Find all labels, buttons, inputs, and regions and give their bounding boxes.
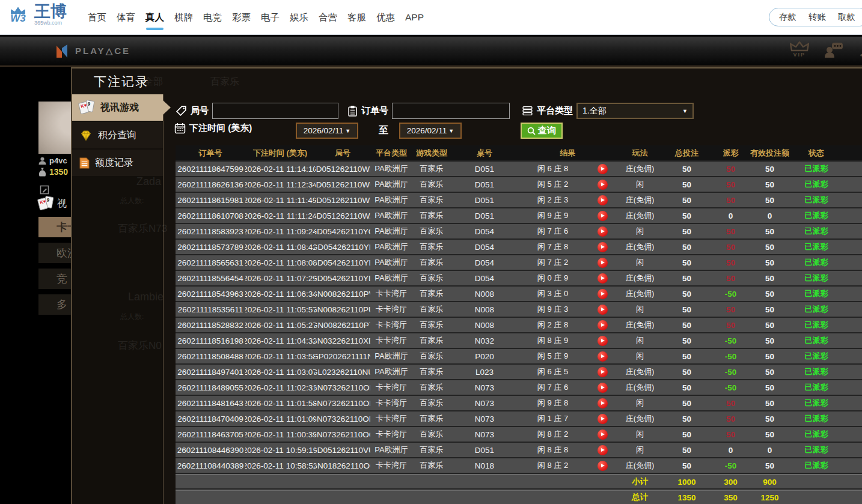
date-to-picker[interactable]: 2026/02/11 ▼: [399, 123, 462, 139]
search-icon: [527, 127, 536, 135]
cell-payout: 50: [711, 177, 750, 192]
replay-play-button[interactable]: [598, 398, 608, 408]
withdraw-button[interactable]: 取款: [838, 11, 855, 23]
replay-play-button[interactable]: [598, 289, 608, 299]
cell-result: 闲 9 庄 9: [518, 208, 587, 223]
money-bag-icon: [38, 168, 46, 177]
cell-total-bet: 50: [662, 208, 711, 223]
cell-total-bet: 50: [662, 427, 711, 442]
nav-item-棋牌[interactable]: 棋牌: [174, 11, 193, 24]
video-games-shortcut[interactable]: K♥9 视: [38, 196, 67, 211]
nav-item-APP[interactable]: APP: [405, 12, 424, 23]
replay-play-button[interactable]: [598, 258, 608, 268]
nav-item-彩票[interactable]: 彩票: [232, 11, 251, 24]
cell-payout: 0: [711, 443, 750, 457]
cell-table-number: N008: [451, 302, 518, 317]
replay-play-button[interactable]: [598, 164, 608, 174]
replay-play-button[interactable]: [598, 336, 608, 346]
replay-play-button[interactable]: [598, 242, 608, 252]
replay-play-button[interactable]: [598, 414, 608, 424]
replay-play-button[interactable]: [598, 273, 608, 284]
site-logo[interactable]: W3 王博 365wb.com: [6, 3, 67, 26]
cell-platform-type: PA欧洲厅: [370, 443, 412, 457]
music-button[interactable]: ♫: [858, 41, 862, 60]
table-row: 260211108440389 2026-02-11 10:58:52 GN01…: [176, 458, 862, 474]
col-order: 订单号: [176, 145, 245, 160]
replay-play-button[interactable]: [598, 445, 608, 455]
search-button[interactable]: 查询: [521, 123, 563, 139]
logo-mark: W3: [10, 14, 26, 23]
replay-play-button[interactable]: [598, 367, 608, 377]
cell-platform-type: PA欧洲厅: [370, 177, 412, 192]
cell-payout: -50: [711, 287, 750, 301]
sidebar-item-video-games[interactable]: K♥9 视讯游戏: [72, 94, 163, 121]
platform-filter-label: 平台类型: [537, 105, 573, 117]
play-icon: [601, 261, 605, 264]
cell-game-type: 百家乐: [412, 318, 451, 332]
table-row: 260211118516198 2026-02-11 11:04:32 GN03…: [176, 333, 862, 349]
cell-round-number: GN073262110OE: [315, 396, 370, 410]
replay-play-button[interactable]: [598, 351, 608, 362]
nav-item-娱乐[interactable]: 娱乐: [290, 11, 308, 24]
cell-result: 闲 7 庄 6: [518, 380, 587, 395]
nav-item-体育[interactable]: 体育: [117, 11, 135, 24]
cell-status: 已派彩: [789, 333, 862, 348]
cell-result: 闲 8 庄 9: [518, 333, 587, 348]
cell-replay: [587, 162, 617, 176]
cell-status: 已派彩: [789, 443, 862, 457]
replay-play-button[interactable]: [598, 226, 608, 237]
replay-play-button[interactable]: [598, 305, 608, 315]
order-number-input[interactable]: [392, 103, 510, 119]
sidebar-item-points-query[interactable]: 积分查询: [72, 122, 163, 148]
cell-round-number: GD051262110WC: [315, 177, 370, 192]
sidebar-item-quota-records[interactable]: 额度记录: [72, 150, 163, 176]
nav-item-合营[interactable]: 合营: [319, 11, 337, 24]
cell-replay: [587, 411, 617, 426]
cell-order-number: 260211118528832: [176, 318, 245, 332]
replay-play-button[interactable]: [598, 430, 608, 440]
vip-button[interactable]: VIP: [790, 41, 809, 58]
replay-play-button[interactable]: [598, 195, 608, 205]
vip-crown-icon: [790, 41, 809, 52]
nav-item-电竞[interactable]: 电竞: [203, 11, 222, 24]
date-from-picker[interactable]: 2026/02/11 ▼: [296, 123, 358, 139]
nav-item-客服[interactable]: 客服: [347, 11, 366, 24]
cell-game-type: 百家乐: [412, 458, 451, 473]
top-bar: W3 王博 365wb.com 首页体育真人棋牌电竞彩票电子娱乐合营客服优惠AP…: [0, 0, 862, 35]
filter-panel: 局号 订单号 平台类型 1.全部: [164, 94, 862, 145]
table-header-row: 订单号 下注时间 (美东) 局号 平台类型 游戏类型 桌号 结果 玩法 总投注 …: [176, 145, 862, 162]
col-total-bet: 总投注: [662, 145, 711, 160]
cell-round-number: GN008262110PU: [315, 302, 370, 317]
cell-replay: [587, 193, 617, 207]
transfer-button[interactable]: 转账: [809, 11, 826, 23]
replay-play-button[interactable]: [598, 320, 608, 330]
nav-item-优惠[interactable]: 优惠: [376, 11, 395, 24]
platform-type-select[interactable]: 1.全部 ▼: [576, 103, 694, 119]
replay-play-button[interactable]: [598, 180, 608, 190]
cell-replay: [587, 443, 617, 457]
document-icon: [79, 157, 90, 169]
play-icon: [601, 386, 605, 389]
subtotal-payout: 300: [711, 475, 750, 488]
cell-bet-time: 2026-02-11 11:01:58: [245, 396, 315, 410]
replay-play-button[interactable]: [598, 211, 608, 221]
round-number-input[interactable]: [212, 103, 338, 119]
cell-platform-type: 卡卡湾厅: [370, 287, 412, 301]
replay-play-button[interactable]: [598, 461, 608, 471]
cell-platform-type: 卡卡湾厅: [370, 396, 412, 410]
deposit-button[interactable]: 存款: [779, 11, 796, 23]
nav-item-电子[interactable]: 电子: [261, 11, 280, 24]
nav-item-首页[interactable]: 首页: [88, 11, 106, 24]
cell-total-bet: 50: [662, 365, 711, 379]
cell-bet-time: 2026-02-11 11:08:08: [245, 255, 315, 270]
cell-bet-time: 2026-02-11 11:03:58: [245, 349, 315, 363]
cell-game-type: 百家乐: [412, 427, 451, 442]
replay-play-button[interactable]: [598, 383, 608, 393]
subtotal-valid-bet: 900: [750, 475, 789, 488]
cell-bet-time: 2026-02-11 11:09:24: [245, 224, 315, 238]
cell-status: 已派彩: [789, 380, 862, 395]
chat-support-button[interactable]: [824, 41, 844, 58]
edit-button[interactable]: [40, 185, 49, 195]
cell-table-number: N008: [451, 318, 518, 332]
nav-item-真人[interactable]: 真人: [145, 11, 164, 24]
